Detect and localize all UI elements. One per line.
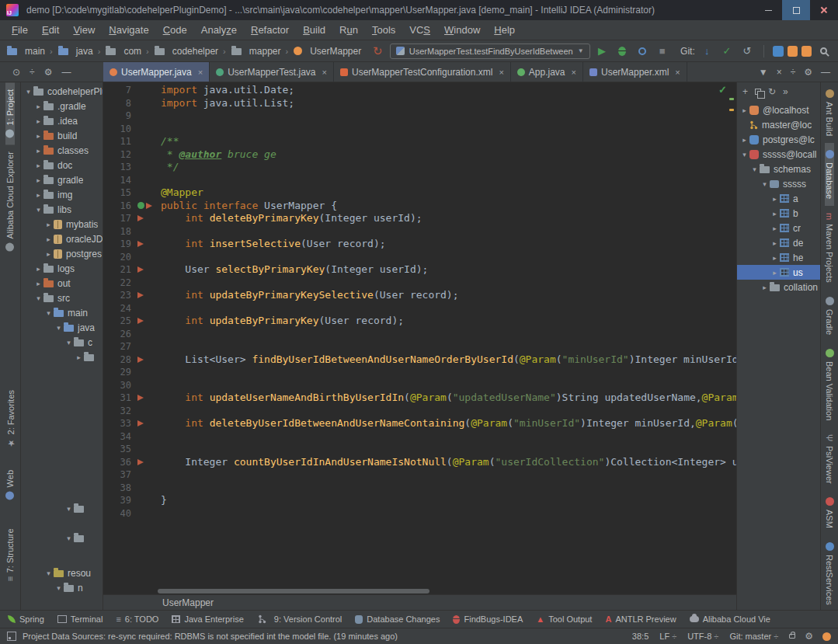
git-commit-button[interactable]: ✓: [719, 43, 735, 60]
nav-crumb[interactable]: codehelper: [154, 46, 218, 57]
tree-row[interactable]: ▸build: [21, 128, 103, 143]
tool-window-button[interactable]: ΨPsiViewer: [825, 427, 834, 490]
run-button[interactable]: ▶: [594, 43, 610, 60]
tree-row[interactable]: ▾src: [21, 291, 103, 305]
back-arrow-icon[interactable]: ↺: [373, 44, 383, 58]
database-layers-icon[interactable]: [755, 89, 761, 95]
expand-arrow-icon[interactable]: ▸: [34, 176, 43, 184]
tree-row[interactable]: ▸postgres@lc: [737, 132, 820, 147]
menu-navigate[interactable]: Navigate: [102, 20, 155, 40]
tool-window-button[interactable]: 9: Version Control: [257, 614, 342, 624]
tool-window-button[interactable]: Spring: [8, 614, 44, 624]
mybatis-mapper-gutter-icon[interactable]: [137, 357, 144, 363]
tree-row[interactable]: ▸de: [737, 235, 820, 250]
collapse-arrow-icon[interactable]: ▾: [760, 180, 769, 188]
tree-row[interactable]: ▸mybatis: [21, 217, 103, 231]
menu-build[interactable]: Build: [296, 20, 332, 40]
database-chevrons-icon[interactable]: »: [783, 86, 788, 97]
editor-tab[interactable]: UserMapper.xml×: [583, 62, 687, 82]
tree-row[interactable]: ▾libs: [21, 202, 103, 217]
expand-arrow-icon[interactable]: ▸: [34, 191, 43, 199]
close-tab-icon[interactable]: ×: [572, 68, 576, 77]
mybatis-mapper-gutter-icon[interactable]: [137, 215, 144, 221]
project-hide-icon[interactable]: —: [61, 67, 71, 78]
horizontal-scrollbar[interactable]: [103, 588, 736, 594]
tree-row[interactable]: ▾main: [21, 305, 103, 320]
tree-row[interactable]: ▾sssss@locall: [737, 147, 820, 162]
tool-window-button[interactable]: ASM: [825, 490, 834, 535]
tree-row[interactable]: ▸doc: [21, 158, 103, 172]
nav-crumb[interactable]: mapper: [231, 46, 281, 57]
scrollbar-thumb[interactable]: [158, 589, 429, 594]
tool-window-button[interactable]: RestServices: [825, 535, 834, 610]
editor-breadcrumbs[interactable]: UserMapper: [103, 594, 736, 610]
tree-row[interactable]: ▸classes: [21, 143, 103, 158]
tool-window-button[interactable]: ≡6: TODO: [116, 614, 158, 624]
encoding-widget[interactable]: UTF-8÷: [687, 632, 718, 641]
mybatis-mapper-gutter-icon[interactable]: [137, 292, 144, 298]
maximize-button[interactable]: [782, 0, 810, 20]
tree-row[interactable]: ▸us: [737, 265, 820, 280]
tree-row[interactable]: ▸oracleJD: [21, 231, 103, 246]
plugin-icon[interactable]: [773, 46, 783, 57]
mybatis-mapper-gutter-icon[interactable]: [137, 266, 144, 273]
status-message[interactable]: Project Data Sources: re-sync required: …: [23, 632, 621, 641]
menu-window[interactable]: Window: [437, 20, 487, 40]
mybatis-mapper-gutter-icon[interactable]: [137, 241, 144, 247]
tool-window-button[interactable]: Alibaba Cloud Explorer: [5, 144, 15, 259]
tree-row[interactable]: ▾codehelperPlu: [21, 84, 103, 99]
collapse-arrow-icon[interactable]: ▾: [740, 151, 749, 158]
tree-row[interactable]: ▾java: [21, 320, 103, 335]
tree-row[interactable]: ▸cr: [737, 221, 820, 235]
git-revert-button[interactable]: ↺: [739, 43, 755, 60]
expand-arrow-icon[interactable]: ▸: [34, 162, 43, 169]
tool-window-button[interactable]: ▲Tool Output: [536, 614, 592, 624]
collapse-arrow-icon[interactable]: ▾: [44, 569, 53, 577]
tree-row[interactable]: ▾n: [21, 580, 103, 595]
close-tab-icon[interactable]: ×: [198, 68, 203, 77]
database-plus-icon[interactable]: +: [742, 86, 748, 97]
menu-vcs[interactable]: VCS: [402, 20, 437, 40]
project-tree-panel[interactable]: ▾codehelperPlu▸.gradle▸.idea▸build▸class…: [21, 82, 103, 610]
tool-window-button[interactable]: Web: [5, 463, 15, 506]
database-sync-icon[interactable]: ↻: [768, 86, 776, 97]
tree-row[interactable]: ▸.idea: [21, 113, 103, 128]
collapse-arrow-icon[interactable]: ▾: [44, 309, 53, 317]
tool-window-button[interactable]: AANTLR Preview: [605, 614, 676, 624]
expand-arrow-icon[interactable]: ▸: [770, 195, 779, 203]
expand-arrow-icon[interactable]: ▸: [740, 106, 749, 114]
menu-refactor[interactable]: Refactor: [244, 20, 296, 40]
tree-row[interactable]: ▸postgres: [21, 246, 103, 261]
expand-arrow-icon[interactable]: ▸: [75, 353, 83, 361]
expand-arrow-icon[interactable]: ▸: [44, 250, 53, 258]
tree-row[interactable]: master@loc: [737, 117, 820, 132]
tool-window-button[interactable]: Ant Build: [825, 82, 834, 143]
expand-arrow-icon[interactable]: ▸: [740, 136, 749, 144]
collapse-arrow-icon[interactable]: ▾: [64, 534, 73, 542]
notification-indicator-icon[interactable]: [822, 632, 831, 641]
close-tab-icon[interactable]: ×: [499, 68, 503, 77]
mybatis-mapper-gutter-icon[interactable]: [137, 420, 144, 426]
nav-crumb[interactable]: UserMapper: [293, 46, 361, 57]
search-everywhere-button[interactable]: [815, 43, 832, 60]
editor-tab[interactable]: UserMapper.java×: [103, 62, 210, 82]
menu-run[interactable]: Run: [332, 20, 365, 40]
collapse-arrow-icon[interactable]: ▾: [24, 88, 33, 96]
collapse-arrow-icon[interactable]: ▾: [54, 324, 63, 332]
collapse-arrow-icon[interactable]: ▾: [54, 584, 63, 592]
readonly-lock-icon[interactable]: [789, 634, 795, 639]
tool-window-button[interactable]: Java Enterprise: [172, 614, 243, 624]
tree-row[interactable]: ▾schemas: [737, 162, 820, 176]
menu-file[interactable]: File: [5, 20, 35, 40]
panel-collapse-all-icon[interactable]: ÷: [791, 67, 796, 78]
panel-settings-icon[interactable]: ⚙: [804, 67, 812, 78]
mybatis-mapper-gutter-icon[interactable]: [137, 459, 144, 465]
tool-window-button[interactable]: Alibaba Cloud Vie: [690, 614, 770, 624]
tree-row[interactable]: ▸collation: [737, 280, 820, 294]
breadcrumb-item[interactable]: UserMapper: [162, 597, 214, 608]
plugin-icon[interactable]: [801, 46, 812, 57]
tree-row[interactable]: ▾c: [21, 335, 103, 350]
tree-row[interactable]: ▸he: [737, 250, 820, 265]
panel-close-icon[interactable]: ×: [777, 67, 782, 78]
project-collapse-all-icon[interactable]: ÷: [30, 67, 35, 78]
